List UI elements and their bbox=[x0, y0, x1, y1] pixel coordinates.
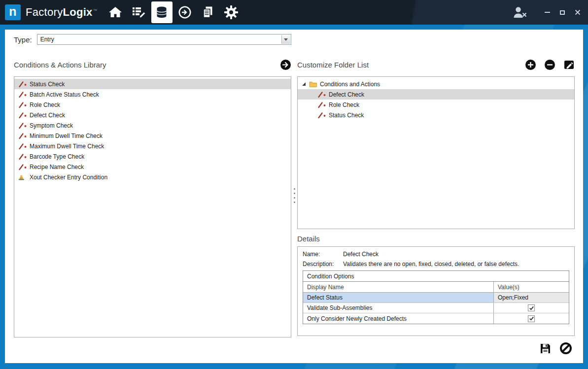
tree-item-label: Role Check bbox=[329, 101, 359, 108]
tree-root-folder[interactable]: Conditions and Actions bbox=[298, 79, 574, 89]
library-item[interactable]: Defect Check bbox=[14, 110, 291, 120]
library-item[interactable]: Recipe Name Check bbox=[14, 162, 291, 172]
tree-item[interactable]: Role Check bbox=[298, 100, 574, 110]
library-item[interactable]: Minimum Dwell Time Check bbox=[14, 131, 291, 141]
maximize-button[interactable] bbox=[559, 8, 566, 16]
titlebar: n FactoryLogix™ bbox=[0, 0, 588, 25]
logo-letter: n bbox=[9, 5, 16, 18]
edit-folder-button[interactable] bbox=[563, 59, 575, 70]
splitter[interactable] bbox=[293, 188, 296, 209]
tree-item[interactable]: Status Check bbox=[298, 110, 574, 120]
minimize-button[interactable] bbox=[544, 8, 551, 16]
option-value-cell bbox=[494, 313, 569, 324]
condition-icon bbox=[17, 153, 27, 160]
options-table-body: Defect StatusOpen;FixedValidate Sub-Asse… bbox=[303, 293, 569, 324]
option-name: Defect Status bbox=[303, 293, 494, 302]
documents-icon[interactable] bbox=[197, 0, 220, 25]
main-nav bbox=[104, 0, 243, 25]
library-icon[interactable] bbox=[151, 1, 173, 23]
option-row[interactable]: Validate Sub-Assemblies bbox=[303, 303, 569, 313]
condition-icon bbox=[316, 112, 326, 119]
condition-icon bbox=[17, 122, 27, 129]
name-label: Name: bbox=[303, 251, 343, 258]
chevron-down-icon bbox=[281, 35, 290, 44]
condition-options-table: Condition Options Display NameValue(s) D… bbox=[303, 270, 569, 324]
expander-icon[interactable] bbox=[302, 82, 306, 86]
type-row: Type: Entry bbox=[14, 34, 291, 45]
remove-folder-button[interactable] bbox=[544, 59, 555, 70]
content-frame: Type: Entry Conditions & Actions Library… bbox=[0, 25, 588, 369]
checkbox-checked[interactable] bbox=[528, 315, 535, 322]
close-button[interactable] bbox=[574, 8, 581, 16]
library-item-label: Batch Active Status Check bbox=[30, 91, 99, 98]
home-icon[interactable] bbox=[104, 0, 127, 25]
cancel-button[interactable] bbox=[559, 342, 572, 355]
close-icon bbox=[575, 9, 581, 15]
details-title: Details bbox=[297, 235, 320, 243]
xout-checker-icon bbox=[17, 174, 27, 181]
library-item-label: Symptom Check bbox=[30, 122, 73, 129]
library-item-label: Defect Check bbox=[30, 112, 65, 119]
condition-icon bbox=[17, 81, 27, 88]
library-item[interactable]: Symptom Check bbox=[14, 120, 291, 131]
factorylogix-logo: n bbox=[5, 4, 21, 20]
maximize-icon bbox=[560, 10, 565, 15]
brand-text: FactoryLogix™ bbox=[26, 6, 97, 19]
minimize-icon bbox=[545, 12, 550, 13]
name-value: Defect Check bbox=[343, 251, 379, 258]
folder-list-header: Customize Folder List bbox=[297, 58, 575, 71]
folder-tree[interactable]: Conditions and Actions Defect CheckRole … bbox=[297, 76, 575, 229]
option-row[interactable]: Only Consider Newly Created Defects bbox=[303, 313, 569, 324]
gear-icon[interactable] bbox=[220, 0, 243, 25]
condition-icon bbox=[17, 112, 27, 119]
library-item[interactable]: Role Check bbox=[14, 100, 291, 110]
condition-icon bbox=[17, 101, 27, 108]
library-item[interactable]: Barcode Type Check bbox=[14, 151, 291, 162]
detail-description-row: Description: Validates there are no open… bbox=[303, 261, 569, 268]
detail-name-row: Name: Defect Check bbox=[303, 251, 569, 258]
description-value: Validates there are no open, fixed, clos… bbox=[343, 261, 519, 268]
condition-icon bbox=[17, 164, 27, 170]
library-item-label: Xout Checker Entry Condition bbox=[30, 174, 107, 181]
navigate-circle-icon[interactable] bbox=[173, 0, 197, 25]
type-select[interactable]: Entry bbox=[37, 34, 291, 45]
app-window: n FactoryLogix™ bbox=[0, 0, 588, 369]
main-panel: Type: Entry Conditions & Actions Library… bbox=[5, 30, 583, 363]
library-title: Conditions & Actions Library bbox=[14, 61, 106, 69]
condition-icon bbox=[316, 101, 326, 108]
option-value-cell bbox=[494, 303, 569, 313]
type-label: Type: bbox=[14, 35, 32, 44]
folder-icon bbox=[309, 81, 317, 87]
footer-actions bbox=[539, 342, 572, 355]
library-item-label: Recipe Name Check bbox=[30, 164, 84, 170]
user-x-icon[interactable] bbox=[512, 6, 528, 19]
worksheets-grid-icon[interactable] bbox=[127, 0, 150, 25]
brand-logix: Logix bbox=[63, 6, 92, 18]
checkbox-checked[interactable] bbox=[528, 304, 535, 311]
library-list[interactable]: Status CheckBatch Active Status CheckRol… bbox=[14, 76, 291, 337]
tree-root-label: Conditions and Actions bbox=[320, 81, 380, 88]
column-header: Value(s) bbox=[494, 282, 569, 292]
library-item-label: Minimum Dwell Time Check bbox=[30, 133, 103, 139]
details-panel: Name: Defect Check Description: Validate… bbox=[297, 246, 575, 336]
condition-icon bbox=[17, 143, 27, 150]
library-item[interactable]: Batch Active Status Check bbox=[14, 89, 291, 100]
tree-item[interactable]: Defect Check bbox=[298, 89, 574, 100]
add-folder-button[interactable] bbox=[525, 59, 536, 70]
library-item-label: Status Check bbox=[30, 81, 65, 88]
tree-item-label: Defect Check bbox=[329, 91, 364, 98]
library-item[interactable]: Status Check bbox=[14, 79, 291, 89]
condition-options-title: Condition Options bbox=[303, 271, 569, 282]
trademark-symbol: ™ bbox=[93, 8, 97, 13]
save-button[interactable] bbox=[539, 342, 552, 355]
option-row[interactable]: Defect StatusOpen;Fixed bbox=[303, 293, 569, 303]
move-right-button[interactable] bbox=[280, 59, 291, 70]
brand-factory: Factory bbox=[26, 6, 63, 18]
library-item-label: Maximum Dwell Time Check bbox=[30, 143, 104, 150]
library-item[interactable]: Xout Checker Entry Condition bbox=[14, 172, 291, 182]
library-item-label: Role Check bbox=[30, 101, 60, 108]
library-header: Conditions & Actions Library bbox=[14, 58, 291, 71]
library-item[interactable]: Maximum Dwell Time Check bbox=[14, 141, 291, 151]
option-value-cell[interactable]: Open;Fixed bbox=[494, 293, 569, 302]
option-name: Only Consider Newly Created Defects bbox=[303, 313, 494, 324]
